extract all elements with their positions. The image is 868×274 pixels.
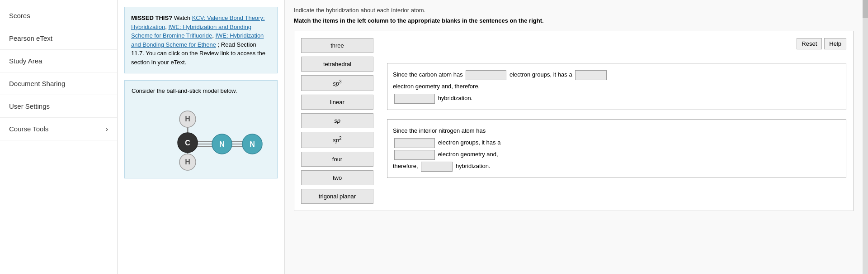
- sidebar-item-scores[interactable]: Scores: [0, 5, 117, 27]
- sidebar-item-document-sharing[interactable]: Document Sharing: [0, 72, 117, 95]
- sidebar-item-pearson-etext[interactable]: Pearson eText: [0, 27, 117, 50]
- sentence2-blank3[interactable]: [421, 162, 453, 172]
- sidebar-item-label: Document Sharing: [9, 80, 65, 87]
- sentence2-suffix: hybridization.: [456, 163, 491, 169]
- drag-item-trigonal-planar[interactable]: trigonal planar: [301, 189, 373, 204]
- missed-this-box: MISSED THIS? Watch KCV: Valence Bond The…: [124, 7, 278, 73]
- sidebar-item-label: User Settings: [9, 102, 50, 110]
- svg-text:H: H: [185, 115, 190, 123]
- sentence-1-box: Since the carbon atom has electron group…: [387, 63, 846, 110]
- sentence-column: Reset Help Since the carbon atom has ele…: [387, 38, 846, 204]
- sentence2-blank1[interactable]: [394, 138, 435, 148]
- chevron-right-icon: ›: [106, 125, 108, 133]
- drag-item-three[interactable]: three: [301, 38, 373, 53]
- sentence1-prefix: Since the carbon atom has: [393, 71, 464, 78]
- drag-item-sp2[interactable]: sp2: [301, 132, 373, 148]
- molecule-svg: H H C N N: [133, 99, 269, 171]
- sentence1-blank1[interactable]: [466, 70, 506, 80]
- sidebar-item-label: Scores: [9, 12, 30, 19]
- question-instruction: Match the items in the left column to th…: [294, 17, 854, 24]
- drag-item-linear[interactable]: linear: [301, 95, 373, 110]
- scrollbar-thumb[interactable]: [863, 0, 868, 18]
- missed-title: MISSED THIS?: [131, 14, 172, 21]
- help-button[interactable]: Help: [824, 38, 846, 49]
- sentence2-therefore: therefore,: [393, 163, 420, 169]
- toolbar-row: Reset Help: [387, 38, 846, 49]
- drag-item-two[interactable]: two: [301, 170, 373, 185]
- ball-stick-label: Consider the ball-and-stick model below.: [132, 87, 237, 94]
- sidebar-item-label: Pearson eText: [9, 34, 52, 42]
- svg-text:N: N: [219, 140, 225, 148]
- question-body: three tetrahedral sp3 linear sp sp2 four…: [294, 31, 854, 211]
- drag-item-tetrahedral[interactable]: tetrahedral: [301, 57, 373, 72]
- main-content: MISSED THIS? Watch KCV: Valence Bond The…: [118, 0, 868, 274]
- sentence1-suffix: hybridization.: [438, 95, 473, 101]
- drag-item-sp3[interactable]: sp3: [301, 75, 373, 91]
- sentence1-mid2: electron geometry and, therefore,: [393, 83, 480, 90]
- drag-item-four[interactable]: four: [301, 152, 373, 167]
- drag-column: three tetrahedral sp3 linear sp sp2 four…: [301, 38, 373, 204]
- sentence2-mid2: electron geometry and,: [438, 151, 498, 158]
- scrollbar-track[interactable]: [863, 0, 868, 274]
- right-panel: Indicate the hybridization about each in…: [285, 0, 863, 274]
- sidebar-item-label: Course Tools: [9, 125, 48, 133]
- missed-watch-text: Watch: [174, 14, 192, 21]
- svg-text:C: C: [185, 139, 190, 147]
- sidebar-item-study-area[interactable]: Study Area: [0, 50, 117, 72]
- ball-stick-area: Consider the ball-and-stick model below.…: [124, 80, 278, 178]
- sentence2-blank2[interactable]: [394, 150, 435, 160]
- reset-button[interactable]: Reset: [797, 38, 822, 49]
- sidebar-item-user-settings[interactable]: User Settings: [0, 95, 117, 118]
- sentence-2-box: Since the interior nitrogen atom has ele…: [387, 119, 846, 178]
- left-panel: MISSED THIS? Watch KCV: Valence Bond The…: [118, 0, 285, 274]
- svg-text:N: N: [250, 140, 255, 148]
- svg-text:H: H: [185, 158, 190, 166]
- sentence1-mid1: electron groups, it has a: [509, 71, 574, 78]
- sentence1-blank3[interactable]: [394, 94, 435, 104]
- sidebar-item-course-tools[interactable]: Course Tools ›: [0, 118, 117, 140]
- sidebar: Scores Pearson eText Study Area Document…: [0, 0, 118, 274]
- question-header: Indicate the hybridization about each in…: [294, 7, 854, 14]
- sidebar-item-label: Study Area: [9, 57, 42, 65]
- sentence2-mid1: electron groups, it has a: [438, 139, 501, 146]
- drag-item-sp[interactable]: sp: [301, 113, 373, 128]
- sentence1-blank2[interactable]: [575, 70, 607, 80]
- sentence2-prefix: Since the interior nitrogen atom has: [393, 127, 486, 134]
